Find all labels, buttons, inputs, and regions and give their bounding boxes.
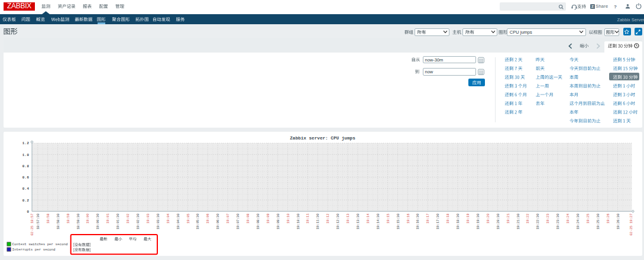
svg-text:19:20:30: 19:20:30 — [496, 213, 500, 230]
svg-text:19:06:30: 19:06:30 — [216, 213, 220, 230]
svg-text:19:05: 19:05 — [186, 213, 190, 224]
svg-text:19:16:30: 19:16:30 — [416, 213, 420, 230]
svg-text:19:14: 19:14 — [366, 213, 370, 224]
svg-text:19:12:30: 19:12:30 — [336, 213, 340, 230]
svg-text:19:12: 19:12 — [326, 213, 330, 224]
svg-text:19:03:30: 19:03:30 — [156, 213, 160, 230]
svg-text:0.2: 0.2 — [22, 199, 30, 203]
svg-text:19:14:30: 19:14:30 — [376, 213, 380, 230]
svg-text:19:08: 19:08 — [246, 213, 250, 224]
svg-text:19:10: 19:10 — [286, 213, 290, 224]
svg-text:18:59: 18:59 — [66, 213, 70, 224]
svg-text:19:03: 19:03 — [146, 213, 150, 224]
svg-text:19:07:30: 19:07:30 — [236, 213, 240, 230]
svg-text:19:11:30: 19:11:30 — [316, 213, 320, 230]
svg-text:02-25 19:27: 02-25 19:27 — [629, 213, 633, 236]
svg-text:19:18:30: 19:18:30 — [456, 213, 460, 230]
svg-text:19:23:30: 19:23:30 — [556, 213, 560, 230]
svg-text:19:11: 19:11 — [306, 213, 310, 224]
svg-text:19:22: 19:22 — [526, 213, 530, 224]
svg-text:19:25: 19:25 — [586, 213, 590, 224]
svg-text:19:26: 19:26 — [606, 213, 610, 224]
svg-text:18:58: 18:58 — [46, 213, 50, 224]
svg-text:19:19: 19:19 — [466, 213, 470, 224]
svg-text:1.0: 1.0 — [22, 153, 30, 157]
svg-text:19:17: 19:17 — [426, 213, 430, 223]
svg-text:19:18: 19:18 — [446, 213, 450, 224]
svg-text:19:17:30: 19:17:30 — [436, 213, 440, 230]
svg-text:19:07: 19:07 — [226, 213, 230, 223]
svg-text:19:08:30: 19:08:30 — [256, 213, 260, 230]
svg-text:19:09:30: 19:09:30 — [276, 213, 280, 230]
svg-text:18:59:30: 18:59:30 — [76, 213, 80, 230]
svg-text:18:57:30: 18:57:30 — [36, 213, 40, 230]
svg-text:Context switches per second: Context switches per second — [12, 242, 68, 246]
svg-text:0.8: 0.8 — [22, 164, 30, 168]
svg-text:19:04: 19:04 — [166, 213, 170, 224]
svg-text:0.4: 0.4 — [22, 187, 30, 191]
svg-text:19:00:30: 19:00:30 — [96, 213, 100, 230]
svg-text:19:16: 19:16 — [406, 213, 410, 224]
svg-text:19:01: 19:01 — [106, 213, 110, 224]
svg-text:19:02: 19:02 — [126, 213, 130, 224]
svg-text:19:20: 19:20 — [486, 213, 490, 224]
svg-text:19:05:30: 19:05:30 — [196, 213, 200, 230]
svg-text:19:15: 19:15 — [386, 213, 390, 224]
svg-text:19:21: 19:21 — [506, 213, 510, 224]
svg-text:19:22:30: 19:22:30 — [536, 213, 540, 230]
svg-text:0.6: 0.6 — [22, 176, 30, 180]
svg-text:19:13:30: 19:13:30 — [356, 213, 360, 230]
svg-text:19:26:30: 19:26:30 — [616, 213, 620, 230]
svg-text:19:21:30: 19:21:30 — [516, 213, 520, 230]
svg-text:19:09: 19:09 — [266, 213, 270, 224]
svg-text:Interrupts per second: Interrupts per second — [12, 248, 56, 252]
svg-text:19:10:30: 19:10:30 — [296, 213, 300, 230]
svg-text:19:24:30: 19:24:30 — [576, 213, 580, 230]
svg-text:19:00: 19:00 — [86, 213, 90, 224]
svg-text:0: 0 — [27, 210, 29, 214]
svg-text:19:24: 19:24 — [566, 213, 570, 224]
svg-text:19:04:30: 19:04:30 — [176, 213, 180, 230]
svg-text:19:06: 19:06 — [206, 213, 210, 224]
svg-text:1.2: 1.2 — [22, 141, 30, 145]
svg-text:19:19:30: 19:19:30 — [476, 213, 480, 230]
svg-text:19:25:30: 19:25:30 — [596, 213, 600, 230]
svg-text:19:13: 19:13 — [346, 213, 350, 224]
svg-text:02-25 18:57: 02-25 18:57 — [30, 213, 34, 236]
svg-text:19:02:30: 19:02:30 — [136, 213, 140, 230]
svg-text:Zabbix server: CPU jumps: Zabbix server: CPU jumps — [290, 136, 355, 141]
svg-text:19:15:30: 19:15:30 — [396, 213, 400, 230]
svg-text:19:01:30: 19:01:30 — [116, 213, 120, 230]
svg-text:18:58:30: 18:58:30 — [56, 213, 60, 230]
svg-text:19:23: 19:23 — [546, 213, 550, 224]
